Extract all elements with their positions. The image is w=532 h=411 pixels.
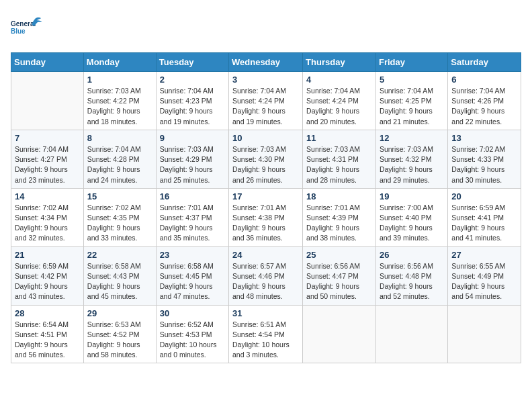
day-number: 28 <box>15 308 80 318</box>
day-cell: 19Sunrise: 7:00 AMSunset: 4:40 PMDayligh… <box>375 188 447 246</box>
day-number: 22 <box>87 250 152 260</box>
day-info: Sunrise: 6:55 AMSunset: 4:49 PMDaylight:… <box>451 261 517 302</box>
day-info: Sunrise: 7:04 AMSunset: 4:28 PMDaylight:… <box>87 144 152 185</box>
day-info: Sunrise: 6:54 AMSunset: 4:51 PMDaylight:… <box>15 320 80 361</box>
day-info: Sunrise: 7:01 AMSunset: 4:37 PMDaylight:… <box>160 203 225 244</box>
day-info: Sunrise: 7:03 AMSunset: 4:29 PMDaylight:… <box>160 144 225 185</box>
day-cell: 24Sunrise: 6:57 AMSunset: 4:46 PMDayligh… <box>229 246 303 305</box>
day-cell <box>303 305 376 363</box>
day-info: Sunrise: 6:56 AMSunset: 4:48 PMDaylight:… <box>380 261 444 302</box>
logo: General Blue <box>11 11 44 44</box>
day-cell: 26Sunrise: 6:56 AMSunset: 4:48 PMDayligh… <box>375 246 447 305</box>
page-header: General Blue <box>11 11 521 44</box>
day-number: 10 <box>232 133 299 143</box>
day-info: Sunrise: 7:02 AMSunset: 4:34 PMDaylight:… <box>15 203 80 244</box>
day-info: Sunrise: 7:01 AMSunset: 4:38 PMDaylight:… <box>232 203 299 244</box>
day-info: Sunrise: 6:53 AMSunset: 4:52 PMDaylight:… <box>87 320 152 361</box>
day-number: 25 <box>306 250 372 260</box>
day-info: Sunrise: 6:51 AMSunset: 4:54 PMDaylight:… <box>232 320 299 361</box>
header-row: SundayMondayTuesdayWednesdayThursdayFrid… <box>11 53 521 72</box>
day-cell: 16Sunrise: 7:01 AMSunset: 4:37 PMDayligh… <box>156 188 228 246</box>
day-number: 21 <box>15 250 80 260</box>
day-info: Sunrise: 7:04 AMSunset: 4:23 PMDaylight:… <box>160 86 225 127</box>
day-number: 1 <box>87 75 152 85</box>
day-cell: 17Sunrise: 7:01 AMSunset: 4:38 PMDayligh… <box>229 188 303 246</box>
day-cell: 10Sunrise: 7:03 AMSunset: 4:30 PMDayligh… <box>229 130 303 188</box>
day-info: Sunrise: 7:02 AMSunset: 4:35 PMDaylight:… <box>87 203 152 244</box>
day-info: Sunrise: 7:01 AMSunset: 4:39 PMDaylight:… <box>306 203 372 244</box>
day-cell <box>448 305 521 363</box>
day-number: 26 <box>380 250 444 260</box>
day-cell <box>11 72 84 130</box>
day-number: 6 <box>451 75 517 85</box>
day-info: Sunrise: 7:03 AMSunset: 4:31 PMDaylight:… <box>306 144 372 185</box>
day-cell: 11Sunrise: 7:03 AMSunset: 4:31 PMDayligh… <box>303 130 376 188</box>
header-cell-tuesday: Tuesday <box>156 53 228 72</box>
day-number: 8 <box>87 133 152 143</box>
day-number: 14 <box>15 191 80 201</box>
day-cell: 6Sunrise: 7:04 AMSunset: 4:26 PMDaylight… <box>448 72 521 130</box>
header-cell-sunday: Sunday <box>11 53 84 72</box>
week-row-2: 7Sunrise: 7:04 AMSunset: 4:27 PMDaylight… <box>11 130 521 188</box>
day-number: 17 <box>232 191 299 201</box>
day-info: Sunrise: 7:04 AMSunset: 4:27 PMDaylight:… <box>15 144 80 185</box>
day-cell: 23Sunrise: 6:58 AMSunset: 4:45 PMDayligh… <box>156 246 228 305</box>
day-cell: 20Sunrise: 6:59 AMSunset: 4:41 PMDayligh… <box>448 188 521 246</box>
day-cell: 25Sunrise: 6:56 AMSunset: 4:47 PMDayligh… <box>303 246 376 305</box>
day-cell: 13Sunrise: 7:02 AMSunset: 4:33 PMDayligh… <box>448 130 521 188</box>
day-number: 12 <box>380 133 444 143</box>
day-cell: 1Sunrise: 7:03 AMSunset: 4:22 PMDaylight… <box>83 72 156 130</box>
day-cell: 5Sunrise: 7:04 AMSunset: 4:25 PMDaylight… <box>375 72 447 130</box>
day-info: Sunrise: 6:59 AMSunset: 4:41 PMDaylight:… <box>451 203 517 244</box>
day-cell: 15Sunrise: 7:02 AMSunset: 4:35 PMDayligh… <box>83 188 156 246</box>
day-cell: 9Sunrise: 7:03 AMSunset: 4:29 PMDaylight… <box>156 130 228 188</box>
svg-text:Blue: Blue <box>11 28 26 35</box>
header-cell-wednesday: Wednesday <box>229 53 303 72</box>
day-cell: 18Sunrise: 7:01 AMSunset: 4:39 PMDayligh… <box>303 188 376 246</box>
calendar-header: SundayMondayTuesdayWednesdayThursdayFrid… <box>11 53 521 72</box>
day-info: Sunrise: 6:52 AMSunset: 4:53 PMDaylight:… <box>160 320 225 361</box>
day-number: 19 <box>380 191 444 201</box>
day-number: 15 <box>87 191 152 201</box>
day-number: 4 <box>306 75 372 85</box>
day-info: Sunrise: 6:59 AMSunset: 4:42 PMDaylight:… <box>15 261 80 302</box>
day-number: 23 <box>160 250 225 260</box>
day-cell: 28Sunrise: 6:54 AMSunset: 4:51 PMDayligh… <box>11 305 84 363</box>
header-cell-friday: Friday <box>375 53 447 72</box>
day-number: 31 <box>232 308 299 318</box>
logo-svg: General Blue <box>11 11 44 44</box>
day-cell: 27Sunrise: 6:55 AMSunset: 4:49 PMDayligh… <box>448 246 521 305</box>
day-number: 11 <box>306 133 372 143</box>
day-info: Sunrise: 6:57 AMSunset: 4:46 PMDaylight:… <box>232 261 299 302</box>
header-cell-thursday: Thursday <box>303 53 376 72</box>
day-info: Sunrise: 7:00 AMSunset: 4:40 PMDaylight:… <box>380 203 444 244</box>
day-cell: 8Sunrise: 7:04 AMSunset: 4:28 PMDaylight… <box>83 130 156 188</box>
day-info: Sunrise: 7:04 AMSunset: 4:24 PMDaylight:… <box>232 86 299 127</box>
day-cell: 7Sunrise: 7:04 AMSunset: 4:27 PMDaylight… <box>11 130 84 188</box>
day-info: Sunrise: 7:03 AMSunset: 4:30 PMDaylight:… <box>232 144 299 185</box>
day-cell: 3Sunrise: 7:04 AMSunset: 4:24 PMDaylight… <box>229 72 303 130</box>
day-cell: 14Sunrise: 7:02 AMSunset: 4:34 PMDayligh… <box>11 188 84 246</box>
day-cell <box>375 305 447 363</box>
day-number: 18 <box>306 191 372 201</box>
day-info: Sunrise: 7:02 AMSunset: 4:33 PMDaylight:… <box>451 144 517 185</box>
day-number: 24 <box>232 250 299 260</box>
day-number: 5 <box>380 75 444 85</box>
day-cell: 21Sunrise: 6:59 AMSunset: 4:42 PMDayligh… <box>11 246 84 305</box>
calendar-body: 1Sunrise: 7:03 AMSunset: 4:22 PMDaylight… <box>11 72 521 363</box>
day-number: 7 <box>15 133 80 143</box>
day-cell: 4Sunrise: 7:04 AMSunset: 4:24 PMDaylight… <box>303 72 376 130</box>
week-row-4: 21Sunrise: 6:59 AMSunset: 4:42 PMDayligh… <box>11 246 521 305</box>
day-info: Sunrise: 7:03 AMSunset: 4:32 PMDaylight:… <box>380 144 444 185</box>
day-cell: 2Sunrise: 7:04 AMSunset: 4:23 PMDaylight… <box>156 72 228 130</box>
day-number: 2 <box>160 75 225 85</box>
header-cell-monday: Monday <box>83 53 156 72</box>
day-info: Sunrise: 7:03 AMSunset: 4:22 PMDaylight:… <box>87 86 152 127</box>
day-info: Sunrise: 7:04 AMSunset: 4:25 PMDaylight:… <box>380 86 444 127</box>
day-cell: 12Sunrise: 7:03 AMSunset: 4:32 PMDayligh… <box>375 130 447 188</box>
day-number: 3 <box>232 75 299 85</box>
day-number: 20 <box>451 191 517 201</box>
day-number: 16 <box>160 191 225 201</box>
day-number: 13 <box>451 133 517 143</box>
week-row-5: 28Sunrise: 6:54 AMSunset: 4:51 PMDayligh… <box>11 305 521 363</box>
